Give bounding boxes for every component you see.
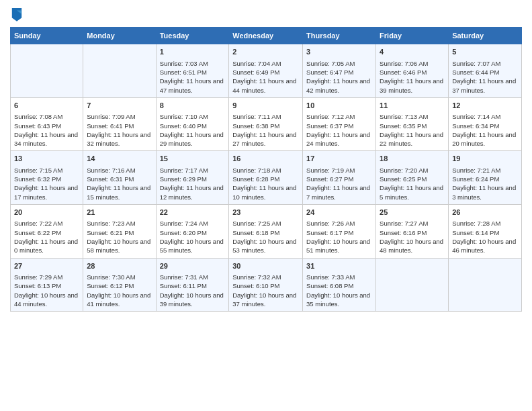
day-info: Sunrise: 7:32 AM Sunset: 6:10 PM Dayligh… — [232, 273, 299, 308]
day-number: 11 — [380, 101, 445, 111]
day-number: 18 — [380, 154, 445, 164]
calendar-week-1: 1Sunrise: 7:03 AM Sunset: 6:51 PM Daylig… — [11, 44, 522, 98]
day-header-tuesday: Tuesday — [156, 28, 229, 44]
day-number: 7 — [87, 101, 152, 111]
calendar-cell: 2Sunrise: 7:04 AM Sunset: 6:49 PM Daylig… — [229, 44, 303, 98]
svg-marker-0 — [12, 8, 21, 21]
day-info: Sunrise: 7:27 AM Sunset: 6:16 PM Dayligh… — [380, 219, 445, 255]
day-info: Sunrise: 7:29 AM Sunset: 6:13 PM Dayligh… — [14, 273, 79, 308]
day-number: 29 — [160, 261, 226, 271]
day-number: 2 — [232, 47, 299, 57]
calendar-cell: 13Sunrise: 7:15 AM Sunset: 6:32 PM Dayli… — [11, 151, 83, 205]
day-info: Sunrise: 7:25 AM Sunset: 6:18 PM Dayligh… — [232, 219, 299, 255]
calendar-cell: 4Sunrise: 7:06 AM Sunset: 6:46 PM Daylig… — [376, 44, 449, 98]
day-info: Sunrise: 7:05 AM Sunset: 6:47 PM Dayligh… — [306, 59, 372, 95]
day-number: 26 — [452, 208, 518, 218]
day-number: 9 — [232, 101, 299, 111]
day-number: 14 — [87, 154, 152, 164]
day-number: 16 — [232, 154, 299, 164]
calendar-cell: 9Sunrise: 7:11 AM Sunset: 6:38 PM Daylig… — [229, 97, 303, 151]
day-header-thursday: Thursday — [303, 28, 376, 44]
header — [10, 7, 522, 21]
logo — [10, 7, 24, 21]
day-info: Sunrise: 7:14 AM Sunset: 6:34 PM Dayligh… — [452, 112, 518, 148]
day-number: 4 — [380, 47, 445, 57]
day-number: 28 — [87, 261, 152, 271]
calendar-cell: 22Sunrise: 7:24 AM Sunset: 6:20 PM Dayli… — [156, 204, 229, 258]
day-number: 22 — [160, 208, 226, 218]
calendar-cell: 7Sunrise: 7:09 AM Sunset: 6:41 PM Daylig… — [83, 97, 156, 151]
day-number: 23 — [232, 208, 299, 218]
day-info: Sunrise: 7:12 AM Sunset: 6:37 PM Dayligh… — [306, 112, 372, 148]
day-number: 19 — [452, 154, 518, 164]
day-header-monday: Monday — [83, 28, 156, 44]
calendar-cell — [11, 44, 83, 98]
day-info: Sunrise: 7:23 AM Sunset: 6:21 PM Dayligh… — [87, 219, 152, 255]
day-info: Sunrise: 7:17 AM Sunset: 6:29 PM Dayligh… — [160, 166, 226, 201]
day-info: Sunrise: 7:09 AM Sunset: 6:41 PM Dayligh… — [87, 112, 152, 148]
calendar-cell: 14Sunrise: 7:16 AM Sunset: 6:31 PM Dayli… — [83, 151, 156, 205]
day-number: 13 — [14, 154, 79, 164]
day-info: Sunrise: 7:26 AM Sunset: 6:17 PM Dayligh… — [306, 219, 372, 255]
day-info: Sunrise: 7:04 AM Sunset: 6:49 PM Dayligh… — [232, 59, 299, 95]
calendar-cell: 17Sunrise: 7:19 AM Sunset: 6:27 PM Dayli… — [303, 151, 376, 205]
day-info: Sunrise: 7:30 AM Sunset: 6:12 PM Dayligh… — [87, 273, 152, 308]
day-number: 1 — [160, 47, 226, 57]
day-info: Sunrise: 7:20 AM Sunset: 6:25 PM Dayligh… — [380, 166, 445, 201]
day-number: 5 — [452, 47, 518, 57]
day-info: Sunrise: 7:13 AM Sunset: 6:35 PM Dayligh… — [380, 112, 445, 148]
day-number: 25 — [380, 208, 445, 218]
calendar-cell — [376, 258, 449, 312]
calendar-cell: 12Sunrise: 7:14 AM Sunset: 6:34 PM Dayli… — [449, 97, 522, 151]
day-number: 15 — [160, 154, 226, 164]
day-number: 21 — [87, 208, 152, 218]
calendar-cell: 25Sunrise: 7:27 AM Sunset: 6:16 PM Dayli… — [376, 204, 449, 258]
calendar-week-5: 27Sunrise: 7:29 AM Sunset: 6:13 PM Dayli… — [11, 258, 522, 312]
day-header-sunday: Sunday — [11, 28, 83, 44]
day-number: 27 — [14, 261, 79, 271]
day-info: Sunrise: 7:18 AM Sunset: 6:28 PM Dayligh… — [232, 166, 299, 201]
day-number: 10 — [306, 101, 372, 111]
calendar-cell: 30Sunrise: 7:32 AM Sunset: 6:10 PM Dayli… — [229, 258, 303, 312]
calendar-cell: 23Sunrise: 7:25 AM Sunset: 6:18 PM Dayli… — [229, 204, 303, 258]
calendar-cell: 11Sunrise: 7:13 AM Sunset: 6:35 PM Dayli… — [376, 97, 449, 151]
day-number: 31 — [306, 261, 372, 271]
day-info: Sunrise: 7:22 AM Sunset: 6:22 PM Dayligh… — [14, 219, 79, 255]
day-info: Sunrise: 7:19 AM Sunset: 6:27 PM Dayligh… — [306, 166, 372, 201]
calendar-cell: 26Sunrise: 7:28 AM Sunset: 6:14 PM Dayli… — [449, 204, 522, 258]
calendar-cell: 19Sunrise: 7:21 AM Sunset: 6:24 PM Dayli… — [449, 151, 522, 205]
calendar-cell: 6Sunrise: 7:08 AM Sunset: 6:43 PM Daylig… — [11, 97, 83, 151]
calendar-cell: 24Sunrise: 7:26 AM Sunset: 6:17 PM Dayli… — [303, 204, 376, 258]
day-number: 30 — [232, 261, 299, 271]
day-info: Sunrise: 7:16 AM Sunset: 6:31 PM Dayligh… — [87, 166, 152, 201]
day-info: Sunrise: 7:03 AM Sunset: 6:51 PM Dayligh… — [160, 59, 226, 95]
calendar-cell — [449, 258, 522, 312]
day-header-friday: Friday — [376, 28, 449, 44]
day-info: Sunrise: 7:28 AM Sunset: 6:14 PM Dayligh… — [452, 219, 518, 255]
calendar-cell: 29Sunrise: 7:31 AM Sunset: 6:11 PM Dayli… — [156, 258, 229, 312]
calendar-cell: 21Sunrise: 7:23 AM Sunset: 6:21 PM Dayli… — [83, 204, 156, 258]
day-info: Sunrise: 7:24 AM Sunset: 6:20 PM Dayligh… — [160, 219, 226, 255]
calendar-cell: 8Sunrise: 7:10 AM Sunset: 6:40 PM Daylig… — [156, 97, 229, 151]
day-info: Sunrise: 7:11 AM Sunset: 6:38 PM Dayligh… — [232, 112, 299, 148]
day-number: 8 — [160, 101, 226, 111]
day-info: Sunrise: 7:15 AM Sunset: 6:32 PM Dayligh… — [14, 166, 79, 201]
main-container: SundayMondayTuesdayWednesdayThursdayFrid… — [0, 0, 532, 318]
calendar-week-2: 6Sunrise: 7:08 AM Sunset: 6:43 PM Daylig… — [11, 97, 522, 151]
day-info: Sunrise: 7:07 AM Sunset: 6:44 PM Dayligh… — [452, 59, 518, 95]
calendar-cell: 28Sunrise: 7:30 AM Sunset: 6:12 PM Dayli… — [83, 258, 156, 312]
calendar-cell: 18Sunrise: 7:20 AM Sunset: 6:25 PM Dayli… — [376, 151, 449, 205]
day-number: 12 — [452, 101, 518, 111]
calendar-cell — [83, 44, 156, 98]
day-info: Sunrise: 7:06 AM Sunset: 6:46 PM Dayligh… — [380, 59, 445, 95]
day-number: 3 — [306, 47, 372, 57]
day-header-saturday: Saturday — [449, 28, 522, 44]
calendar-cell: 15Sunrise: 7:17 AM Sunset: 6:29 PM Dayli… — [156, 151, 229, 205]
calendar-cell: 1Sunrise: 7:03 AM Sunset: 6:51 PM Daylig… — [156, 44, 229, 98]
day-header-wednesday: Wednesday — [229, 28, 303, 44]
calendar-cell: 5Sunrise: 7:07 AM Sunset: 6:44 PM Daylig… — [449, 44, 522, 98]
calendar-cell: 31Sunrise: 7:33 AM Sunset: 6:08 PM Dayli… — [303, 258, 376, 312]
day-number: 6 — [14, 101, 79, 111]
calendar-cell: 27Sunrise: 7:29 AM Sunset: 6:13 PM Dayli… — [11, 258, 83, 312]
calendar-week-3: 13Sunrise: 7:15 AM Sunset: 6:32 PM Dayli… — [11, 151, 522, 205]
